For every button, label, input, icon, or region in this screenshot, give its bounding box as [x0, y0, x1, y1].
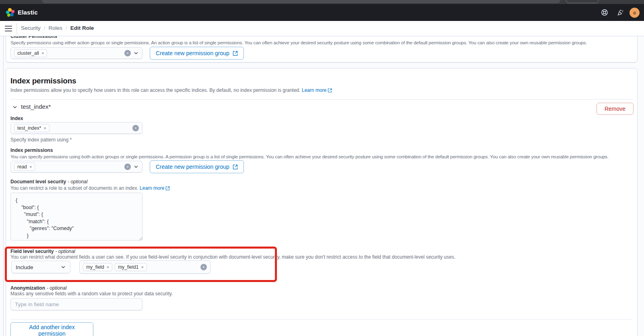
dls-description: You can restrict a role to a subset of d… [10, 185, 170, 191]
chevron-down-icon[interactable] [133, 50, 139, 56]
learn-more-link[interactable]: Learn more [140, 185, 170, 191]
index-combobox[interactable]: test_index* × × [10, 122, 142, 134]
remove-tag-icon[interactable]: × [41, 51, 44, 56]
dls-label: Document level security- optional [10, 179, 87, 185]
index-help-text: Specify index pattern using * [10, 137, 72, 143]
dls-query-textarea[interactable]: { "bool": { "must": { "match": { "genres… [10, 193, 142, 241]
newsfeed-cheer-icon[interactable] [617, 9, 624, 16]
chevron-down-icon [60, 264, 66, 270]
breadcrumb-bar: Security / Roles / Edit Role [0, 21, 644, 36]
breadcrumb-separator: / [44, 25, 45, 31]
divider [10, 319, 633, 319]
remove-tag-icon[interactable]: × [43, 126, 46, 131]
create-permission-group-button[interactable]: Create new permission group [150, 160, 244, 173]
tag-test-index: test_index* × [14, 124, 50, 132]
fls-description: You can restrict what document fields a … [10, 254, 456, 260]
breadcrumb: Security / Roles / Edit Role [21, 25, 94, 31]
create-permission-group-button[interactable]: Create new permission group [150, 47, 244, 60]
fls-fields-combobox[interactable]: my_field × my_field1 × × [79, 260, 211, 274]
external-link-icon [233, 164, 238, 170]
add-index-permission-button[interactable]: Add another index permission [10, 322, 93, 336]
external-link-icon [328, 88, 332, 93]
app-header: Elastic e [0, 4, 644, 21]
index-label: Index [10, 116, 23, 121]
breadcrumb-roles[interactable]: Roles [49, 25, 63, 31]
fls-label: Field level security- optional [10, 249, 75, 254]
tag-read: read × [14, 163, 35, 171]
browser-extension-pill[interactable] [566, 0, 599, 3]
tag-cluster-all: cluster_all × [14, 49, 47, 57]
edit-role-page: Cluster Permissions Specify permissions … [0, 36, 644, 336]
index-privileges-label: Index permissions [10, 147, 53, 153]
anonymization-field-input[interactable] [10, 298, 142, 311]
tag-my-field1: my_field1 × [115, 263, 147, 271]
remove-tag-icon[interactable]: × [107, 265, 109, 270]
menu-hamburger-icon[interactable] [5, 25, 12, 32]
divider [3, 36, 4, 336]
help-icon[interactable] [601, 9, 608, 16]
optional-text: - optional [55, 249, 75, 254]
browser-chrome [0, 0, 644, 4]
divider [10, 99, 633, 100]
cluster-permissions-description: Specify permissions using either action … [10, 40, 587, 46]
index-privileges-description: You can specify permissions using both a… [10, 154, 609, 160]
index-privileges-combobox[interactable]: read × × [10, 161, 142, 173]
remove-index-permission-button[interactable]: Remove [597, 103, 634, 115]
fls-mode-select[interactable]: Include [11, 261, 70, 274]
index-permissions-title: Index permissions [10, 77, 76, 85]
browser-address-bar[interactable] [42, 0, 560, 3]
tag-my-field: my_field × [83, 263, 112, 271]
remove-tag-icon[interactable]: × [29, 165, 32, 169]
cluster-privileges-combobox[interactable]: cluster_all × × [10, 47, 142, 59]
clear-selection-icon[interactable]: × [124, 50, 131, 56]
clear-selection-icon[interactable]: × [124, 164, 131, 170]
anonymization-label: Anonymization- optional [10, 285, 66, 291]
clear-selection-icon[interactable]: × [200, 264, 207, 270]
breadcrumb-separator: / [66, 25, 67, 31]
accordion-chevron-icon[interactable] [12, 104, 18, 110]
user-avatar[interactable]: e [630, 8, 640, 18]
divider [17, 23, 17, 34]
cluster-permissions-label: Cluster Permissions [10, 36, 57, 39]
external-link-icon [165, 186, 170, 191]
external-link-icon [233, 51, 238, 56]
chevron-down-icon[interactable] [133, 164, 139, 170]
index-permissions-description: Index permissions allow you to specify h… [10, 87, 332, 93]
elastic-logo-icon[interactable] [6, 8, 15, 17]
app-title: Elastic [18, 9, 38, 16]
learn-more-link[interactable]: Learn more [302, 87, 332, 93]
optional-text: - optional [47, 285, 66, 291]
optional-text: - optional [68, 179, 87, 185]
breadcrumb-edit-role: Edit Role [70, 25, 94, 31]
remove-tag-icon[interactable]: × [141, 265, 143, 270]
clear-selection-icon[interactable]: × [132, 125, 139, 131]
index-entry-title[interactable]: test_index* [21, 103, 51, 110]
anonymization-description: Masks any sensitive fields with a random… [10, 291, 173, 297]
breadcrumb-security[interactable]: Security [21, 25, 41, 31]
